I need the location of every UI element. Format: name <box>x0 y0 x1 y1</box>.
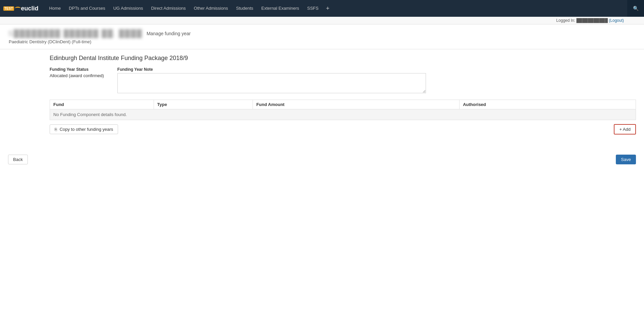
logged-in-prefix: Logged In: <box>556 18 575 23</box>
nav-item-direct-admissions[interactable]: Direct Admissions <box>147 0 190 17</box>
nav-plus-button[interactable]: + <box>323 5 333 12</box>
nav-item-students[interactable]: Students <box>232 0 257 17</box>
manage-funding-label: Manage funding year <box>147 31 191 36</box>
nav-link-direct-admissions[interactable]: Direct Admissions <box>147 0 190 17</box>
nav-item-other-admissions[interactable]: Other Admissions <box>190 0 232 17</box>
fund-table-header-row: Fund Type Fund Amount Authorised <box>50 100 636 109</box>
section-title: Edinburgh Dental Institute Funding Packa… <box>50 55 636 62</box>
fund-table-body: No Funding Component details found. <box>50 109 636 120</box>
breadcrumb: Paediatric Dentistry (DClinDent) (Full-t… <box>8 39 636 44</box>
copy-to-other-years-button[interactable]: ⎘ Copy to other funding years <box>50 124 118 134</box>
funding-year-note-label: Funding Year Note <box>117 67 426 72</box>
funding-status-row: Funding Year Status Allocated (award con… <box>50 67 636 94</box>
nav-link-home[interactable]: Home <box>45 0 65 17</box>
page-header: S████████ ██████ ██. ████ Manage funding… <box>0 24 644 46</box>
logo-arc-icon <box>15 7 21 10</box>
actions-row: ⎘ Copy to other funding years + Add <box>50 124 636 134</box>
nav-item-ug-admissions[interactable]: UG Admissions <box>109 0 147 17</box>
logout-link[interactable]: (Logout) <box>609 18 624 23</box>
table-empty-row: No Funding Component details found. <box>50 109 636 120</box>
logo-test-badge: TEST <box>3 6 14 11</box>
nav-link-ug-admissions[interactable]: UG Admissions <box>109 0 147 17</box>
logo-euclid-text: euclid <box>21 5 39 12</box>
save-button[interactable]: Save <box>616 155 636 164</box>
nav-link-students[interactable]: Students <box>232 0 257 17</box>
logo[interactable]: TEST euclid <box>3 5 39 12</box>
nav-link-ssfs[interactable]: SSFS <box>303 0 323 17</box>
footer-actions: Back Save <box>0 149 644 170</box>
nav-item-dpts[interactable]: DPTs and Courses <box>65 0 109 17</box>
funding-year-note-group: Funding Year Note <box>117 67 426 94</box>
nav-item-ssfs[interactable]: SSFS <box>303 0 323 17</box>
back-button[interactable]: Back <box>8 155 28 164</box>
logged-in-bar: Logged In: ███████████ (Logout) <box>0 17 644 24</box>
funding-year-status-group: Funding Year Status Allocated (award con… <box>50 67 104 78</box>
table-empty-message: No Funding Component details found. <box>50 109 636 120</box>
nav-menu: Home DPTs and Courses UG Admissions Dire… <box>45 0 641 17</box>
copy-button-label: Copy to other funding years <box>60 127 113 132</box>
logged-in-username: ███████████ <box>576 18 608 23</box>
header-divider <box>0 49 644 49</box>
nav-link-other-admissions[interactable]: Other Admissions <box>190 0 232 17</box>
col-type: Type <box>154 100 253 109</box>
nav-item-external-examiners[interactable]: External Examiners <box>257 0 303 17</box>
fund-table-header: Fund Type Fund Amount Authorised <box>50 100 636 109</box>
funding-year-status-value: Allocated (award confirmed) <box>50 73 104 78</box>
nav-link-external-examiners[interactable]: External Examiners <box>257 0 303 17</box>
funding-year-note-textarea[interactable] <box>117 73 426 93</box>
col-fund-amount: Fund Amount <box>253 100 460 109</box>
main-nav: TEST euclid Home DPTs and Courses UG Adm… <box>0 0 644 17</box>
copy-icon: ⎘ <box>55 127 57 132</box>
nav-link-dpts[interactable]: DPTs and Courses <box>65 0 109 17</box>
page-title-row: S████████ ██████ ██. ████ Manage funding… <box>8 29 636 38</box>
col-fund: Fund <box>50 100 154 109</box>
col-authorised: Authorised <box>460 100 636 109</box>
add-button[interactable]: + Add <box>614 124 636 134</box>
funding-year-status-label: Funding Year Status <box>50 67 104 72</box>
page-title-blurred: S████████ ██████ ██. ████ <box>8 29 143 38</box>
search-button[interactable]: 🔍 <box>627 0 644 17</box>
nav-plus-item[interactable]: + <box>323 0 333 17</box>
main-content: Edinburgh Dental Institute Funding Packa… <box>0 55 644 143</box>
fund-table: Fund Type Fund Amount Authorised No Fund… <box>50 100 636 120</box>
nav-item-home[interactable]: Home <box>45 0 65 17</box>
